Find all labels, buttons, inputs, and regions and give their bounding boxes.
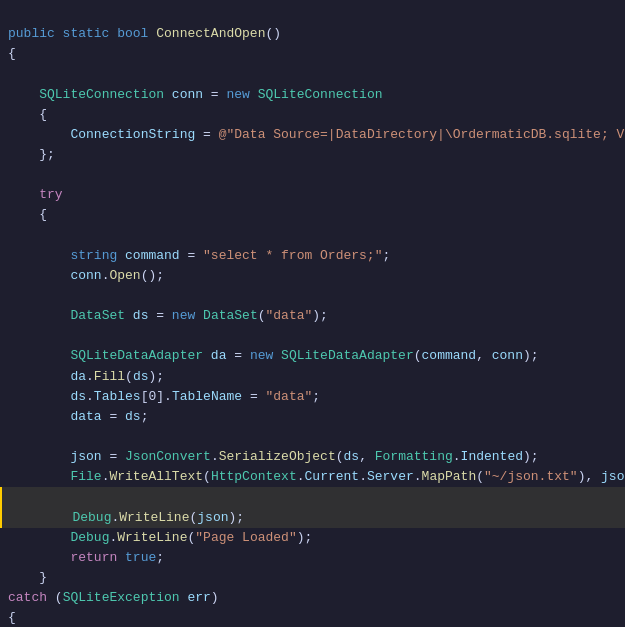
line-content: File.WriteAllText(HttpContext.Current.Se… bbox=[8, 467, 625, 487]
line-content: } bbox=[8, 568, 617, 588]
code-line: DataSet ds = new DataSet("data"); bbox=[0, 306, 625, 326]
code-editor: public static bool ConnectAndOpen(){ SQL… bbox=[0, 0, 625, 627]
line-content: string command = "select * from Orders;"… bbox=[8, 246, 617, 266]
code-line: { bbox=[0, 205, 625, 225]
line-content: { bbox=[8, 105, 617, 125]
line-content: Debug.WriteLine(json); bbox=[10, 508, 617, 528]
line-content: SQLiteConnection conn = new SQLiteConnec… bbox=[8, 85, 617, 105]
code-line: catch (SQLiteException err) bbox=[0, 588, 625, 608]
code-line bbox=[0, 64, 625, 84]
line-content: Debug.WriteLine("Page Loaded"); bbox=[8, 528, 617, 548]
code-line: da.Fill(ds); bbox=[0, 367, 625, 387]
line-content: { bbox=[8, 608, 617, 627]
code-line: { bbox=[0, 105, 625, 125]
code-line bbox=[0, 427, 625, 447]
code-line: SQLiteConnection conn = new SQLiteConnec… bbox=[0, 85, 625, 105]
line-content: }; bbox=[8, 145, 617, 165]
line-content: { bbox=[8, 205, 617, 225]
line-content: ConnectionString = @"Data Source=|DataDi… bbox=[8, 125, 625, 145]
line-content: { bbox=[8, 44, 617, 64]
line-content bbox=[10, 487, 617, 507]
line-content bbox=[8, 286, 617, 306]
code-line: data = ds; bbox=[0, 407, 625, 427]
code-line: Debug.WriteLine("Page Loaded"); bbox=[0, 528, 625, 548]
code-line: json = JsonConvert.SerializeObject(ds, F… bbox=[0, 447, 625, 467]
line-content bbox=[8, 226, 617, 246]
code-line: conn.Open(); bbox=[0, 266, 625, 286]
line-content: ds.Tables[0].TableName = "data"; bbox=[8, 387, 617, 407]
code-line: return true; bbox=[0, 548, 625, 568]
line-content bbox=[8, 427, 617, 447]
line-content: try bbox=[8, 185, 617, 205]
code-line bbox=[0, 286, 625, 306]
code-line: }; bbox=[0, 145, 625, 165]
line-content: DataSet ds = new DataSet("data"); bbox=[8, 306, 617, 326]
line-content: SQLiteDataAdapter da = new SQLiteDataAda… bbox=[8, 346, 617, 366]
line-content bbox=[8, 64, 617, 84]
line-content: return true; bbox=[8, 548, 617, 568]
code-line bbox=[0, 487, 625, 507]
code-line: public static bool ConnectAndOpen() bbox=[0, 24, 625, 44]
code-line: try bbox=[0, 185, 625, 205]
code-line: } bbox=[0, 568, 625, 588]
line-content: catch (SQLiteException err) bbox=[8, 588, 617, 608]
code-line: ds.Tables[0].TableName = "data"; bbox=[0, 387, 625, 407]
code-line bbox=[0, 326, 625, 346]
code-line: File.WriteAllText(HttpContext.Current.Se… bbox=[0, 467, 625, 487]
line-content: json = JsonConvert.SerializeObject(ds, F… bbox=[8, 447, 617, 467]
line-content: public static bool ConnectAndOpen() bbox=[8, 24, 617, 44]
line-content bbox=[8, 326, 617, 346]
code-line: string command = "select * from Orders;"… bbox=[0, 246, 625, 266]
line-content bbox=[8, 165, 617, 185]
code-line bbox=[0, 226, 625, 246]
code-line: { bbox=[0, 44, 625, 64]
code-line bbox=[0, 165, 625, 185]
code-line: ConnectionString = @"Data Source=|DataDi… bbox=[0, 125, 625, 145]
line-content: da.Fill(ds); bbox=[8, 367, 617, 387]
line-content: data = ds; bbox=[8, 407, 617, 427]
line-content: conn.Open(); bbox=[8, 266, 617, 286]
code-line: { bbox=[0, 608, 625, 627]
code-line: Debug.WriteLine(json); bbox=[0, 508, 625, 528]
code-line: SQLiteDataAdapter da = new SQLiteDataAda… bbox=[0, 346, 625, 366]
